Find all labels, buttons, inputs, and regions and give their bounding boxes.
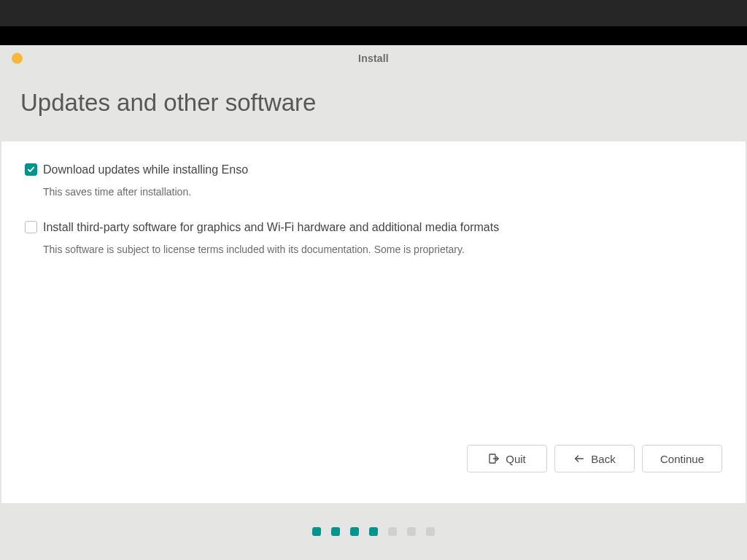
pager-step-4 (369, 527, 378, 536)
page-title: Updates and other software (0, 71, 747, 141)
pager-step-1 (312, 527, 321, 536)
option-download-updates: Download updates while installing Enso T… (25, 162, 722, 199)
desc-third-party: This software is subject to license term… (43, 243, 722, 257)
arrow-left-icon (573, 453, 585, 464)
install-window: Install Updates and other software Downl… (0, 45, 747, 560)
check-icon (27, 166, 35, 174)
pager-step-5 (388, 527, 397, 536)
desc-download-updates: This saves time after installation. (43, 185, 722, 200)
quit-button-label: Quit (506, 453, 526, 465)
label-download-updates[interactable]: Download updates while installing Enso (43, 162, 248, 178)
pager-step-6 (407, 527, 416, 536)
window-title: Install (358, 52, 389, 64)
desktop-menu-bar (0, 26, 747, 45)
continue-button[interactable]: Continue (642, 445, 722, 472)
option-third-party: Install third-party software for graphic… (25, 219, 722, 257)
content-area: Download updates while installing Enso T… (1, 141, 746, 503)
pager-step-7 (426, 527, 435, 536)
quit-button[interactable]: Quit (467, 445, 547, 472)
checkbox-third-party[interactable] (25, 221, 37, 233)
exit-icon (488, 453, 500, 464)
checkbox-download-updates[interactable] (25, 163, 37, 176)
progress-pager (0, 503, 747, 560)
pager-step-2 (331, 527, 340, 536)
label-third-party[interactable]: Install third-party software for graphic… (43, 219, 499, 236)
window-titlebar: Install (0, 45, 747, 71)
pager-step-3 (350, 527, 359, 536)
action-bar: Quit Back Continue (25, 442, 722, 489)
minimize-icon[interactable] (12, 53, 23, 64)
back-button[interactable]: Back (554, 445, 635, 472)
desktop-top-bar (0, 0, 747, 26)
back-button-label: Back (591, 453, 615, 465)
continue-button-label: Continue (660, 453, 704, 465)
